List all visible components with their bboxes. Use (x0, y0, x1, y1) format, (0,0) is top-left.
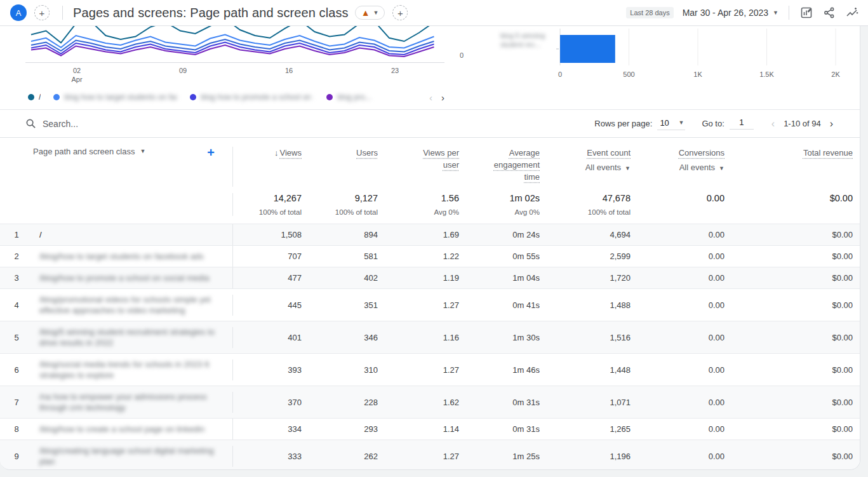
svg-text:23: 23 (391, 67, 399, 74)
row-index: 4 (0, 295, 33, 316)
total-revenue-cell: $0.00 (731, 446, 860, 467)
column-header-event-count[interactable]: Event count All events▼ (547, 147, 638, 187)
bar-category-label: blog 5 winning student rec... (500, 31, 558, 49)
legend-prev-icon[interactable]: ‹ (429, 92, 432, 103)
avg-engagement-time-cell: 1m 04s (466, 267, 547, 288)
table-row: 9/blog/creating language school digital … (0, 440, 860, 470)
insights-icon[interactable] (845, 6, 859, 20)
avg-engagement-time-cell: 1m 30s (466, 327, 547, 348)
page-range-text: 1-10 of 94 (784, 119, 821, 128)
event-count-cell: 1,265 (547, 419, 638, 440)
table-row: 2/blog/how to target students on faceboo… (0, 245, 860, 267)
totals-views: 14,267 100% of total (232, 193, 309, 216)
customize-report-icon[interactable] (799, 6, 813, 20)
charts-row: 0 02Apr091623 05001K1.5K2K blog 5 winnin… (0, 26, 860, 86)
search-icon (25, 118, 36, 129)
views-per-user-cell: 1.14 (385, 419, 466, 440)
conversions-filter[interactable]: All events▼ (638, 161, 724, 173)
avg-engagement-time-cell: 0m 55s (466, 246, 547, 267)
date-preset-chip: Last 28 days (626, 7, 673, 18)
totals-conversions: 0.00 (638, 193, 731, 216)
users-cell: 894 (309, 224, 385, 245)
legend-item[interactable]: / (28, 93, 41, 102)
plus-icon: + (39, 8, 45, 18)
views-per-user-cell: 1.62 (385, 392, 466, 413)
table-body: 1/1,5088941.690m 24s4,6940.00$0.002/blog… (0, 224, 860, 470)
date-range-text: Mar 30 - Apr 26, 2023 (683, 8, 768, 18)
legend-label: / (39, 93, 41, 102)
views-cell: 707 (232, 246, 309, 267)
row-index: 1 (0, 224, 33, 245)
legend-next-icon[interactable]: › (441, 92, 444, 103)
users-cell: 581 (309, 246, 385, 267)
totals-views-per-user: 1.56 Avg 0% (385, 193, 466, 216)
add-dimension-button[interactable]: + (207, 147, 215, 158)
search-input[interactable] (43, 119, 246, 129)
data-quality-warning-button[interactable]: ▲ ▼ (355, 6, 385, 20)
share-icon[interactable] (822, 6, 836, 20)
table-row: 4/blog/promotional videos for schools si… (0, 288, 860, 321)
table-row: 3/blog/how to promote a school on social… (0, 267, 860, 288)
views-cell: 393 (232, 359, 309, 380)
users-cell: 346 (309, 327, 385, 348)
page-path-cell: /blog/promotional videos for schools sim… (33, 289, 232, 321)
legend-item[interactable]: blog how to promote a school on social m… (190, 93, 314, 102)
chevron-down-icon: ▼ (625, 165, 631, 171)
total-revenue-cell: $0.00 (731, 359, 860, 380)
page-title: Pages and screens: Page path and screen … (73, 6, 349, 20)
svg-text:1K: 1K (693, 71, 702, 78)
add-comparison-button[interactable]: + (34, 5, 50, 20)
rows-per-page-select[interactable]: 10 ▼ (657, 117, 685, 130)
svg-text:16: 16 (285, 67, 293, 74)
page-path-cell: /blog/creating language school digital m… (33, 440, 232, 470)
column-header-views-per-user[interactable]: Views per user (385, 147, 466, 187)
users-cell: 351 (309, 295, 385, 316)
views-cell: 401 (232, 327, 309, 348)
column-header-avg-engagement-time[interactable]: Average engagement time (466, 147, 547, 187)
goto-page-input[interactable] (730, 118, 754, 130)
column-header-conversions[interactable]: Conversions All events▼ (638, 147, 731, 187)
views-cell: 370 (232, 392, 309, 413)
views-cell: 1,508 (232, 224, 309, 245)
svg-text:Apr: Apr (71, 76, 82, 83)
dimension-selector[interactable]: Page path and screen class ▼ (33, 147, 145, 156)
prev-page-icon[interactable]: ‹ (770, 118, 776, 130)
avatar[interactable]: A (10, 4, 27, 21)
legend-label: blog how to target students on facebook … (64, 93, 177, 102)
totals-row: 14,267 100% of total 9,127 100% of total… (0, 187, 860, 224)
goto-label: Go to: (702, 119, 724, 128)
column-header-users[interactable]: Users (309, 147, 385, 187)
event-count-filter[interactable]: All events▼ (547, 161, 631, 173)
conversions-cell: 0.00 (638, 359, 731, 380)
conversions-cell: 0.00 (638, 392, 731, 413)
avg-engagement-time-cell: 0m 31s (466, 392, 547, 413)
dimension-label: Page path and screen class (33, 147, 135, 156)
views-per-user-cell: 1.16 (385, 327, 466, 348)
next-page-icon[interactable]: › (829, 118, 834, 130)
chevron-down-icon: ▼ (373, 10, 379, 16)
search-box (25, 118, 594, 129)
users-cell: 310 (309, 359, 385, 380)
totals-event-count: 47,678 100% of total (547, 193, 638, 216)
legend-item[interactable]: blog pro... (326, 93, 371, 102)
legend-item[interactable]: blog how to target students on facebook … (53, 93, 177, 102)
y-axis-tick: 0 (460, 51, 464, 59)
legend-label: blog pro... (337, 93, 371, 102)
column-header-views[interactable]: ↓Views (232, 147, 309, 187)
conversions-cell: 0.00 (638, 267, 731, 288)
page-path-cell: /blog/how to target students on facebook… (33, 246, 232, 267)
event-count-cell: 1,720 (547, 267, 638, 288)
views-per-user-cell: 1.27 (385, 359, 466, 380)
app-bar: A + Pages and screens: Page path and scr… (0, 0, 868, 26)
column-header-total-revenue[interactable]: Total revenue (731, 147, 860, 187)
event-count-cell: 1,196 (547, 446, 638, 467)
app-bar-actions: Last 28 days Mar 30 - Apr 26, 2023 ▼ (626, 6, 859, 20)
add-filter-button[interactable]: + (392, 5, 408, 20)
date-range-picker[interactable]: Mar 30 - Apr 26, 2023 ▼ (683, 8, 778, 18)
views-cell: 334 (232, 419, 309, 440)
row-index: 8 (0, 419, 33, 440)
users-cell: 293 (309, 419, 385, 440)
views-per-user-cell: 1.19 (385, 267, 466, 288)
row-index: 3 (0, 267, 33, 288)
page-path-cell: /na how to empower your admissions proce… (33, 386, 232, 418)
